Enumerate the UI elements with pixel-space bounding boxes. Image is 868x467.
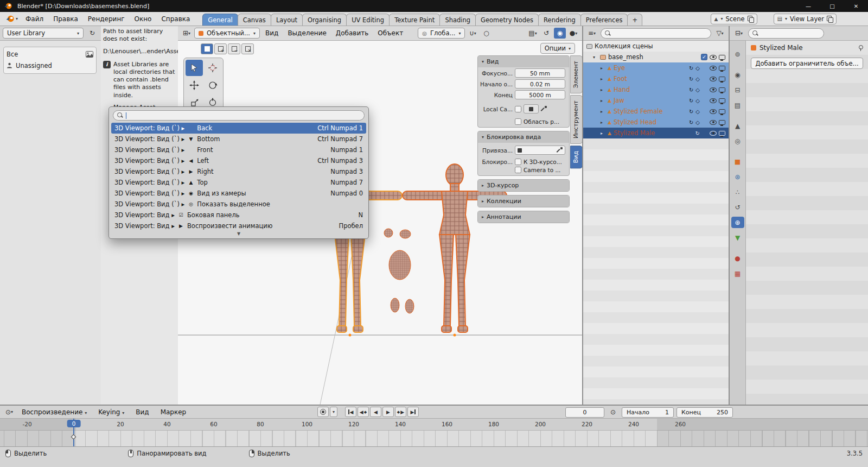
refresh-library-button[interactable]: ↻: [86, 28, 98, 39]
panel-3d-cursor-header[interactable]: ▸ 3D-курсор: [478, 180, 569, 191]
disable-in-viewports-icon[interactable]: [719, 66, 725, 71]
expand-icon[interactable]: ▸: [601, 98, 605, 103]
outliner-object-row-hand[interactable]: ▸ ▲ Hand ↻ ◇: [583, 84, 729, 95]
search-result-left[interactable]: 3D Viewport: Вид (`) ▸ ◀ Left Ctrl Numpa…: [110, 155, 367, 166]
disable-in-viewports-icon[interactable]: [719, 109, 725, 114]
hide-in-viewport-icon[interactable]: [710, 98, 717, 103]
properties-tab-view-layer[interactable]: ▤: [731, 99, 744, 111]
expand-icon[interactable]: ▸: [601, 66, 605, 71]
hide-in-viewport-icon[interactable]: [710, 77, 717, 81]
frame-end-field[interactable]: Конец 250: [676, 407, 733, 418]
panel-collections-header[interactable]: ▸ Коллекции: [478, 195, 569, 207]
expand-icon[interactable]: ▸: [601, 109, 605, 114]
minimize-button[interactable]: —: [796, 0, 820, 12]
keying-menu[interactable]: Keying ▾: [93, 407, 129, 418]
panel-annotations-header[interactable]: ▸ Аннотации: [478, 211, 569, 223]
mesh-jaw[interactable]: [400, 230, 411, 238]
editor-type-button[interactable]: ⊟▾: [733, 28, 745, 39]
disable-in-viewports-icon[interactable]: [719, 87, 725, 92]
viewport-menu-object[interactable]: Объект: [374, 28, 407, 39]
properties-tab-modifiers[interactable]: ⊛: [731, 171, 744, 182]
blender-menu-button[interactable]: ▾: [3, 15, 21, 23]
viewport-menu-view[interactable]: Вид: [261, 28, 282, 39]
playback-menu[interactable]: Воспроизведение ▾: [17, 407, 92, 418]
outliner-object-row-foot[interactable]: ▸ ▲ Foot ↻ ◇: [583, 73, 729, 84]
tool-move[interactable]: [186, 77, 203, 93]
panel-view-lock-header[interactable]: ▾ Блокировка вида: [478, 131, 569, 143]
disable-in-viewports-icon[interactable]: [719, 120, 725, 125]
outliner-object-row-stylized-female[interactable]: ▸ ▲ Stylized Female ↻ ◇: [583, 106, 729, 117]
render-region-checkbox[interactable]: [515, 118, 521, 125]
properties-tab-particles[interactable]: ∴: [731, 186, 744, 198]
workspace-tab-general[interactable]: General: [202, 14, 238, 26]
outliner-object-row-stylized-male[interactable]: ▸ ▲ Stylized Male ↻: [583, 128, 729, 138]
eyedropper-icon[interactable]: [557, 147, 563, 153]
expand-icon[interactable]: ▸: [601, 77, 605, 81]
search-result-right[interactable]: 3D Viewport: Вид (`) ▸ ▶ Right Numpad 3: [110, 166, 367, 177]
workspace-tab-organising[interactable]: Organising: [302, 14, 347, 26]
disable-in-viewports-icon[interactable]: [719, 98, 725, 103]
previous-keyframe-button[interactable]: ◀◆: [358, 407, 369, 417]
play-button[interactable]: ▶: [382, 407, 394, 417]
camera-to-view-checkbox[interactable]: [515, 167, 521, 173]
workspace-tab-geometry-nodes[interactable]: Geometry Nodes: [475, 14, 539, 26]
menu-help[interactable]: Справка: [156, 14, 195, 24]
workspace-tab-layout[interactable]: Layout: [271, 14, 303, 26]
hide-in-viewport-icon[interactable]: [710, 131, 717, 136]
popup-search[interactable]: [113, 110, 365, 121]
expand-icon[interactable]: ▸: [601, 87, 605, 92]
eyedropper-icon[interactable]: [541, 106, 547, 112]
workspace-tab-rendering[interactable]: Rendering: [538, 14, 581, 26]
search-result-front[interactable]: 3D Viewport: Вид (`) ▸ Front Numpad 1: [110, 144, 367, 155]
search-result-bottom[interactable]: 3D Viewport: Вид (`) ▸ ▼ Bottom Ctrl Num…: [110, 134, 367, 144]
timeline-body[interactable]: -20 0 20 40 60 80 100 120 140 160 180 20…: [0, 419, 868, 447]
keying-set-dropdown[interactable]: ▾: [330, 407, 337, 417]
focal-length-field[interactable]: 50 mm: [515, 68, 565, 78]
properties-tab-physics[interactable]: ↺: [731, 201, 744, 213]
asset-library-select[interactable]: User Library ▾: [3, 28, 84, 39]
hide-in-viewport-icon[interactable]: [710, 66, 717, 71]
workspace-tab-canvas[interactable]: Canvas: [238, 14, 271, 26]
overlays-icon[interactable]: ▤▾: [527, 28, 539, 39]
properties-tab-object-data[interactable]: ▼: [731, 232, 744, 243]
tool-rotate[interactable]: [204, 77, 221, 93]
current-frame-field[interactable]: 0: [565, 407, 604, 418]
workspace-tab-preferences[interactable]: Preferences: [580, 14, 628, 26]
frame-start-field[interactable]: Начало 1: [622, 407, 674, 418]
panel-view-header[interactable]: ▾ Вид: [478, 56, 569, 67]
properties-search[interactable]: [748, 28, 824, 39]
editor-type-button[interactable]: ⊞▾: [181, 28, 193, 39]
hide-in-viewport-icon[interactable]: [710, 55, 717, 60]
add-object-constraint-button[interactable]: Добавить ограничитель объе...: [751, 58, 863, 69]
jump-to-end-button[interactable]: ▶: [407, 407, 419, 417]
shading-mode-icon[interactable]: ●▾: [567, 28, 579, 39]
close-button[interactable]: ✕: [844, 0, 868, 12]
search-result-back[interactable]: 3D Viewport: Вид (`) ▸ Back Ctrl Numpad …: [111, 123, 366, 134]
catalog-item-all[interactable]: Все: [7, 48, 93, 60]
sidebar-tab-tool[interactable]: Инструмент: [570, 95, 583, 144]
workspace-tab-texture-paint[interactable]: Texture Paint: [389, 14, 440, 26]
tool-select-box[interactable]: [186, 60, 203, 76]
select-mode-subtract-button[interactable]: [228, 43, 240, 54]
properties-tab-texture[interactable]: ▦: [731, 268, 744, 279]
pin-icon[interactable]: [858, 45, 863, 51]
menu-window[interactable]: Окно: [130, 14, 157, 24]
clip-start-field[interactable]: 0.02 m: [515, 79, 565, 89]
workspace-tab-uv-editing[interactable]: UV Editing: [346, 14, 390, 26]
expand-icon[interactable]: ▸: [601, 131, 605, 136]
auto-keying-button[interactable]: [317, 407, 329, 417]
outliner-search[interactable]: [601, 28, 711, 39]
disable-in-viewports-icon[interactable]: [719, 55, 725, 60]
outliner-object-row-eye[interactable]: ▸ ▲ Eye ↻ ◇: [583, 62, 729, 73]
options-dropdown[interactable]: Опции ▾: [540, 43, 575, 54]
lock-to-object-field[interactable]: [515, 146, 565, 155]
disable-in-viewports-icon[interactable]: [719, 77, 725, 81]
properties-tab-render[interactable]: ◉: [731, 69, 744, 80]
viewport-menu-select[interactable]: Выделение: [284, 28, 330, 39]
hide-in-viewport-icon[interactable]: [710, 87, 717, 92]
transform-orientation-select[interactable]: ◎ Глоба... ▾: [418, 28, 465, 39]
outliner-object-row-jaw[interactable]: ▸ ▲ Jaw ↻ ◇: [583, 95, 729, 106]
mode-select[interactable]: Объектный... ▾: [194, 28, 260, 39]
tool-cursor[interactable]: [204, 60, 221, 76]
search-result-frame-selected[interactable]: 3D Viewport: Вид (`) ▸ ◎ Показать выделе…: [110, 199, 367, 210]
